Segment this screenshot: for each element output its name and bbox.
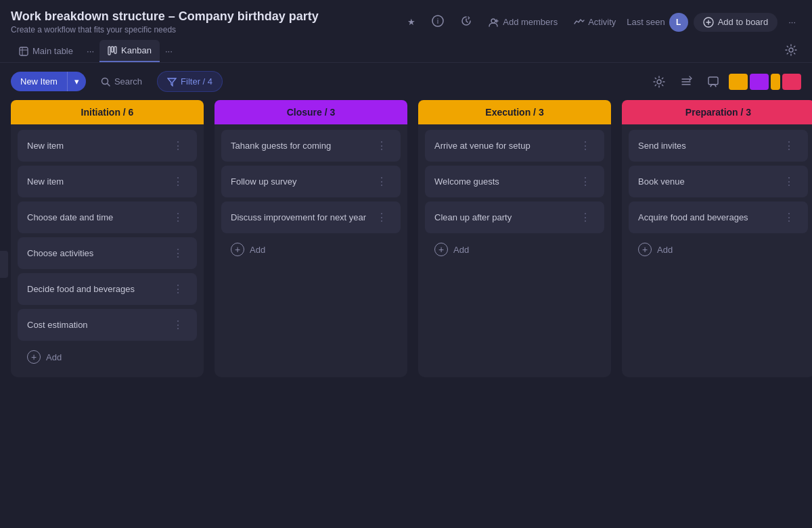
card-text: Arrive at venue for setup: [434, 141, 531, 151]
filter-button[interactable]: Filter / 4: [157, 71, 223, 92]
new-item-arrow[interactable]: ▾: [67, 72, 86, 91]
card[interactable]: Welcome guests⋮: [425, 166, 604, 197]
card-menu-button[interactable]: ⋮: [576, 210, 595, 225]
header: Work breakdown structure – Company birth…: [0, 0, 812, 34]
more-icon: ···: [788, 17, 796, 27]
add-label: Add: [46, 352, 62, 362]
kanban-dots[interactable]: ···: [162, 45, 175, 57]
add-button-initiation[interactable]: +Add: [18, 345, 71, 369]
new-item-button[interactable]: New Item ▾: [11, 72, 86, 91]
add-icon: +: [638, 243, 652, 256]
column-header-preparation: Preparation / 3: [622, 100, 812, 124]
tab-kanban-label: Kanban: [121, 45, 152, 55]
legend-gold: [771, 74, 780, 90]
filter-label: Filter / 4: [181, 76, 212, 87]
card[interactable]: New item⋮: [18, 130, 197, 162]
legend-red: [782, 74, 801, 90]
card-text: New item: [27, 176, 64, 187]
card[interactable]: New item⋮: [18, 166, 197, 197]
card[interactable]: Clean up after party⋮: [425, 201, 604, 233]
tab-main-table[interactable]: Main table: [11, 41, 81, 62]
info-button[interactable]: i: [426, 12, 449, 32]
collapse-button[interactable]: [675, 73, 698, 91]
add-label: Add: [250, 245, 265, 255]
column-execution: Execution / 3Arrive at venue for setup⋮W…: [418, 100, 611, 377]
card-menu-button[interactable]: ⋮: [168, 245, 187, 261]
card[interactable]: Book venue⋮: [629, 166, 808, 197]
card-menu-button[interactable]: ⋮: [372, 174, 391, 189]
last-seen-label: Last seen: [627, 17, 664, 27]
svg-marker-13: [168, 78, 176, 86]
svg-point-2: [491, 19, 495, 23]
card-menu-button[interactable]: ⋮: [168, 138, 187, 153]
new-item-label: New Item: [11, 72, 67, 91]
view-settings-button[interactable]: [648, 73, 671, 91]
card-menu-button[interactable]: ⋮: [372, 138, 391, 153]
column-header-execution: Execution / 3: [418, 100, 611, 124]
card[interactable]: Send invites⋮: [629, 130, 808, 162]
add-button-execution[interactable]: +Add: [425, 237, 478, 262]
search-button[interactable]: Search: [91, 72, 152, 91]
card-menu-button[interactable]: ⋮: [168, 281, 187, 297]
tabs: Main table ··· Kanban ···: [0, 34, 812, 63]
card[interactable]: Discuss improvement for next year⋮: [221, 201, 401, 233]
activity-button[interactable]: Activity: [568, 14, 621, 30]
card-text: Send invites: [638, 141, 686, 151]
left-edge-tab: [0, 251, 8, 278]
svg-rect-15: [708, 77, 718, 85]
card-text: Follow up survey: [231, 176, 297, 187]
card[interactable]: Choose date and time⋮: [18, 201, 197, 233]
activity-label: Activity: [588, 17, 616, 27]
card-text: Cost estimation: [27, 320, 88, 330]
card-menu-button[interactable]: ⋮: [780, 210, 798, 225]
card-text: Welcome guests: [434, 176, 499, 187]
add-button-preparation[interactable]: +Add: [629, 237, 682, 262]
card-menu-button[interactable]: ⋮: [168, 174, 187, 189]
toolbar: New Item ▾ Search Filter / 4: [0, 63, 812, 100]
card-text: Book venue: [638, 176, 685, 187]
column-header-initiation: Initiation / 6: [11, 100, 204, 124]
card[interactable]: Acquire food and beverages⋮: [629, 201, 808, 233]
card-text: Choose date and time: [27, 212, 113, 222]
svg-point-14: [657, 80, 661, 84]
svg-rect-8: [112, 47, 114, 52]
card[interactable]: Cost estimation⋮: [18, 309, 197, 341]
card[interactable]: Tahank guests for coming⋮: [221, 130, 401, 162]
search-label: Search: [114, 76, 142, 87]
page-title: Work breakdown structure – Company birth…: [11, 9, 395, 24]
card-menu-button[interactable]: ⋮: [576, 138, 595, 153]
card-menu-button[interactable]: ⋮: [168, 210, 187, 225]
card[interactable]: Follow up survey⋮: [221, 166, 401, 197]
add-label: Add: [657, 245, 673, 255]
main-table-dots[interactable]: ···: [84, 45, 97, 57]
settings-button[interactable]: [781, 40, 801, 62]
avatar: L: [669, 13, 688, 32]
card-menu-button[interactable]: ⋮: [372, 210, 391, 225]
color-legend: [729, 74, 801, 90]
column-header-closure: Closure / 3: [215, 100, 407, 124]
star-icon: ★: [407, 17, 415, 27]
column-closure: Closure / 3Tahank guests for coming⋮Foll…: [215, 100, 407, 377]
history-button[interactable]: [455, 12, 478, 32]
add-button-closure[interactable]: +Add: [221, 237, 275, 262]
column-preparation: Preparation / 3Send invites⋮Book venue⋮A…: [622, 100, 812, 377]
more-options-button[interactable]: ···: [783, 14, 801, 30]
card[interactable]: Choose activities⋮: [18, 237, 197, 269]
info-icon: i: [432, 15, 444, 29]
tab-kanban[interactable]: Kanban: [99, 40, 160, 62]
card-menu-button[interactable]: ⋮: [780, 138, 798, 153]
card[interactable]: Decide food and beverages⋮: [18, 273, 197, 305]
add-to-board-button[interactable]: Add to board: [694, 13, 777, 32]
header-actions: ★ i A: [402, 12, 801, 32]
svg-line-12: [107, 83, 110, 86]
header-title-block: Work breakdown structure – Company birth…: [11, 9, 395, 34]
chat-button[interactable]: [702, 73, 725, 91]
card[interactable]: Arrive at venue for setup⋮: [425, 130, 604, 162]
card-menu-button[interactable]: ⋮: [780, 174, 798, 189]
star-button[interactable]: ★: [402, 14, 421, 30]
add-members-button[interactable]: Add members: [483, 14, 563, 30]
last-seen: Last seen L: [627, 13, 687, 32]
svg-point-10: [789, 48, 793, 52]
card-menu-button[interactable]: ⋮: [576, 174, 595, 189]
card-menu-button[interactable]: ⋮: [168, 317, 187, 333]
